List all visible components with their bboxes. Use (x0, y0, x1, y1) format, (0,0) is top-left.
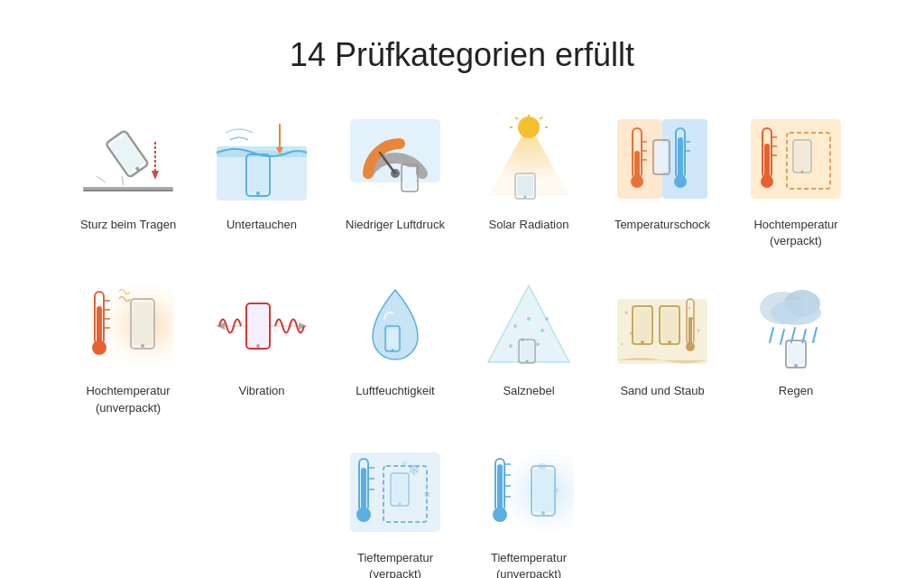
icon-solarradiation (475, 110, 583, 210)
category-vibration: Vibration (199, 276, 325, 415)
category-niedrigluftdruck: Niedriger Luftdruck (332, 110, 458, 249)
svg-rect-1 (83, 190, 173, 191)
icon-tieftemp-verpackt: ❄ ❄ ❄ (341, 443, 449, 543)
svg-line-6 (122, 176, 124, 185)
svg-point-29 (524, 196, 527, 199)
svg-point-95 (630, 332, 633, 335)
category-salznebel: Salznebel (466, 276, 592, 415)
svg-rect-74 (387, 329, 398, 349)
svg-rect-134 (497, 464, 503, 511)
icon-vibration (208, 276, 316, 376)
svg-line-23 (540, 117, 542, 119)
svg-rect-84 (521, 342, 533, 360)
svg-marker-8 (152, 171, 159, 180)
label-temperaturschock: Temperaturschock (614, 217, 710, 233)
svg-rect-44 (655, 143, 668, 172)
label-tieftemp-verpackt: Tieftemperatur (verpackt) (332, 550, 458, 578)
label-hochtemp-unverpackt: Hochtemperatur (unverpackt) (65, 383, 191, 415)
svg-point-13 (256, 191, 260, 195)
label-regen: Regen (779, 383, 813, 399)
category-sturz: Sturz beim Tragen (65, 110, 191, 249)
svg-point-112 (794, 364, 798, 368)
svg-point-132 (541, 511, 545, 515)
svg-line-109 (813, 328, 817, 342)
svg-point-96 (688, 307, 690, 309)
category-tieftemp-unverpackt: ❄ ❄ Tieftemperatur (unverpackt) (466, 443, 592, 578)
category-solarradiation: Solar Radiation (466, 110, 592, 249)
svg-point-120 (399, 502, 402, 505)
label-niedrigluftdruck: Niedriger Luftdruck (346, 217, 445, 233)
category-luftfeuchtigkeit: Luftfeuchtigkeit (332, 276, 458, 415)
svg-point-92 (668, 340, 671, 344)
category-tieftemp-verpackt: ❄ ❄ ❄ Tieftemperatur (verpackt) (332, 443, 458, 578)
icon-hochtemp-unverpackt (74, 276, 182, 376)
category-temperaturschock: Temperaturschock (599, 110, 725, 249)
category-regen: Regen (733, 276, 859, 415)
svg-point-72 (256, 344, 260, 348)
svg-point-93 (625, 312, 628, 314)
svg-point-34 (631, 175, 643, 188)
svg-point-104 (771, 300, 821, 325)
svg-rect-111 (788, 343, 804, 365)
label-sturz: Sturz beim Tragen (80, 217, 176, 233)
category-hochtemp-unverpackt: Hochtemperatur (unverpackt) (65, 276, 191, 415)
svg-rect-58 (133, 303, 152, 345)
svg-point-77 (527, 317, 531, 321)
label-sand-staub: Sand und Staub (620, 383, 704, 399)
icon-untertauchen (208, 110, 316, 210)
icon-temperaturschock (608, 110, 716, 210)
svg-rect-122 (361, 468, 366, 511)
page-title: 14 Prüfkategorien erfüllt (0, 0, 924, 101)
svg-point-78 (541, 329, 544, 332)
icon-salznebel (475, 276, 583, 376)
category-hochtemp-verpackt: Hochtemperatur (verpackt) (733, 110, 859, 249)
label-salznebel: Salznebel (503, 383, 554, 399)
svg-rect-28 (517, 176, 533, 196)
category-sand-staub: Sand und Staub (599, 276, 725, 415)
svg-point-62 (92, 340, 106, 355)
svg-rect-51 (764, 144, 770, 178)
svg-rect-100 (688, 317, 692, 344)
categories-grid: Sturz beim Tragen Untertauc (0, 101, 924, 578)
svg-line-24 (515, 117, 518, 119)
label-solarradiation: Solar Radiation (489, 217, 569, 233)
svg-point-40 (674, 175, 687, 188)
svg-rect-71 (248, 306, 268, 346)
label-luftfeuchtigkeit: Luftfeuchtigkeit (356, 383, 434, 399)
svg-point-97 (698, 330, 700, 332)
svg-point-89 (641, 340, 644, 344)
svg-rect-20 (403, 167, 416, 189)
svg-point-76 (513, 324, 517, 328)
svg-line-106 (781, 330, 784, 344)
svg-point-81 (509, 344, 513, 348)
label-tieftemp-unverpackt: Tieftemperatur (unverpackt) (466, 550, 592, 578)
svg-point-135 (493, 508, 507, 522)
svg-rect-33 (634, 151, 640, 178)
svg-point-49 (801, 171, 804, 173)
svg-point-82 (545, 317, 549, 321)
svg-rect-61 (97, 306, 102, 344)
svg-point-75 (392, 350, 394, 352)
icon-sand-staub (608, 276, 716, 376)
svg-point-52 (761, 175, 773, 188)
svg-point-123 (356, 508, 371, 522)
label-untertauchen: Untertauchen (226, 217, 297, 233)
label-vibration: Vibration (238, 383, 284, 399)
svg-point-21 (518, 117, 540, 138)
svg-rect-39 (678, 137, 683, 178)
icon-hochtemp-verpackt (742, 110, 850, 210)
svg-rect-119 (393, 476, 407, 503)
icon-niedrigluftdruck (341, 110, 449, 210)
label-hochtemp-verpackt: Hochtemperatur (verpackt) (733, 217, 859, 249)
icon-sturz (74, 110, 182, 210)
icon-tieftemp-unverpackt: ❄ ❄ (475, 443, 583, 543)
svg-rect-12 (248, 158, 268, 192)
icon-regen (742, 276, 850, 376)
svg-rect-3 (109, 134, 145, 173)
svg-line-5 (97, 176, 106, 182)
icon-luftfeuchtigkeit (341, 276, 449, 376)
svg-point-98 (621, 343, 623, 345)
svg-rect-131 (533, 470, 553, 512)
svg-point-59 (141, 344, 144, 348)
svg-rect-48 (795, 143, 809, 170)
